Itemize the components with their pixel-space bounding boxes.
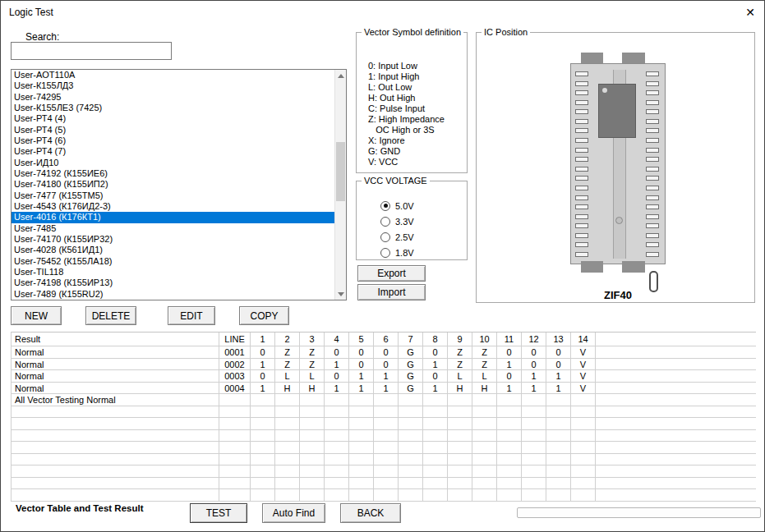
vcc-option-1.8V[interactable]: 1.8V [380,245,467,260]
table-body: Normal00010ZZ000G0ZZ000VNormal00021ZZ100… [12,346,756,502]
line-cell [219,454,251,466]
device-list-item[interactable]: User-К155ЛЕ3 (7425) [12,103,334,113]
device-list-item[interactable]: User-4543 (К176ИД2-3) [12,201,334,212]
device-list-scrollbar[interactable] [334,70,346,300]
row-filler [596,359,756,370]
vector-cell: V [571,346,596,358]
socket-pin [646,252,659,257]
vector-cell [399,478,423,489]
row-filler [596,454,756,466]
device-list-item[interactable]: User-4028 (К561ИД1) [12,245,334,255]
vector-cell [423,466,448,477]
vector-cell [571,478,596,489]
vector-cell [300,418,325,429]
table-row[interactable]: Normal00041HH111G1HH111V [12,383,756,395]
device-list-item[interactable]: User-РТ4 (6) [12,135,334,146]
vector-cell [399,489,423,501]
radio-icon[interactable] [380,248,390,258]
device-list-item[interactable]: User-7489 (К155RU2) [12,289,334,300]
delete-button[interactable]: DELETE [85,306,136,325]
pin1-marker-icon [602,88,607,93]
vector-cell [448,454,472,466]
close-icon[interactable]: ✕ [740,2,761,22]
table-header-cell: Result [12,332,219,346]
copy-button[interactable]: COPY [239,306,289,325]
device-list-item[interactable]: User-РТ4 (5) [12,125,334,135]
vector-cell [300,442,325,453]
device-list-item[interactable]: User-75452 (К155ЛА18) [12,256,334,267]
device-list-item[interactable]: User-7485 [12,223,334,234]
table-row[interactable]: Normal00010ZZ000G0ZZ000V [12,346,756,359]
search-input[interactable] [11,42,172,60]
scrollbar-thumb[interactable] [336,142,345,201]
device-list-item[interactable]: User-РТ4 (7) [12,146,334,157]
result-cell [12,466,219,477]
vector-cell: H [275,383,300,394]
device-list-item[interactable]: User-AOT110A [12,70,334,80]
device-list-item[interactable]: User-ИД10 [12,158,334,168]
vector-cell [251,478,275,489]
vector-symbol-line: OC High or 3S [368,125,467,135]
device-list-item[interactable]: User-74170 (К155ИР32) [12,234,334,245]
export-button[interactable]: Export [357,265,426,282]
vector-cell: 1 [374,383,399,394]
vector-symbol-line: G: GND [368,146,467,157]
device-list-item[interactable]: User-74192 (К155ИЕ6) [12,168,334,179]
result-cell [12,430,219,442]
socket-screw-icon [615,217,623,224]
vector-cell [251,442,275,453]
vector-cell [325,489,349,501]
auto-find-button[interactable]: Auto Find [262,503,325,523]
result-cell: Normal [12,346,219,358]
vector-cell: 0 [546,359,571,370]
vcc-option-3.3V[interactable]: 3.3V [380,213,467,229]
table-row[interactable]: Normal00030LL011G0LL011V [12,370,756,383]
device-list-item[interactable]: User-РТ4 (4) [12,113,334,124]
result-cell: All Vector Testing Normal [12,394,219,406]
radio-icon[interactable] [380,217,390,227]
vector-cell [571,442,596,453]
test-button[interactable]: TEST [190,503,247,523]
back-button[interactable]: BACK [340,503,401,523]
device-list-item[interactable]: User-К155ЛД3 [12,80,334,91]
search-label: Search: [25,31,59,43]
vector-cell [349,418,374,429]
scroll-up-icon[interactable] [335,70,346,81]
vector-cell [325,466,349,477]
table-header-cell: 1 [251,332,275,346]
edit-button[interactable]: EDIT [168,306,215,325]
vector-cell [300,478,325,489]
import-button[interactable]: Import [357,284,426,300]
device-list-item[interactable]: User-7477 (К155ТМ5) [12,190,334,201]
vector-cell: Z [472,346,497,358]
vector-cell [374,394,399,406]
vector-cell: 0 [423,346,448,358]
device-list-item[interactable]: User-4016 (К176КТ1) [12,212,334,222]
vector-symbol-line: V: VCC [368,157,467,167]
device-list-item[interactable]: User-TIL118 [12,267,334,277]
vector-cell [251,430,275,442]
radio-icon[interactable] [380,201,390,211]
socket-pin [575,128,588,133]
vector-symbol-group: Vector Symbol definition 0: Input Low1: … [356,32,468,173]
vcc-option-2.5V[interactable]: 2.5V [380,229,467,245]
device-listbox[interactable]: User-AOT110AUser-К155ЛД3User-74295User-К… [11,69,347,300]
footer-label: Vector Table and Test Result [16,503,144,513]
radio-icon[interactable] [380,232,390,242]
vector-cell [275,489,300,501]
table-row[interactable]: Normal00021ZZ100G1ZZ100V [12,359,756,371]
ic-position-group: IC Position ZIF40 [476,32,755,303]
vector-cell: 0 [497,346,522,358]
socket-pin [575,100,588,105]
vector-cell [472,489,497,501]
vector-cell [275,454,300,466]
vector-symbol-group-title: Vector Symbol definition [362,27,463,37]
vcc-option-5.0V[interactable]: 5.0V [380,198,467,213]
table-row [12,454,756,466]
new-button[interactable]: NEW [11,306,62,325]
device-list-item[interactable]: User-74295 [12,92,334,103]
device-list-item[interactable]: User-74180 (К155ИП2) [12,179,334,190]
device-list-item[interactable]: User-74198 (К155ИР13) [12,277,334,288]
scroll-down-icon[interactable] [335,288,346,300]
row-filler [596,442,756,453]
